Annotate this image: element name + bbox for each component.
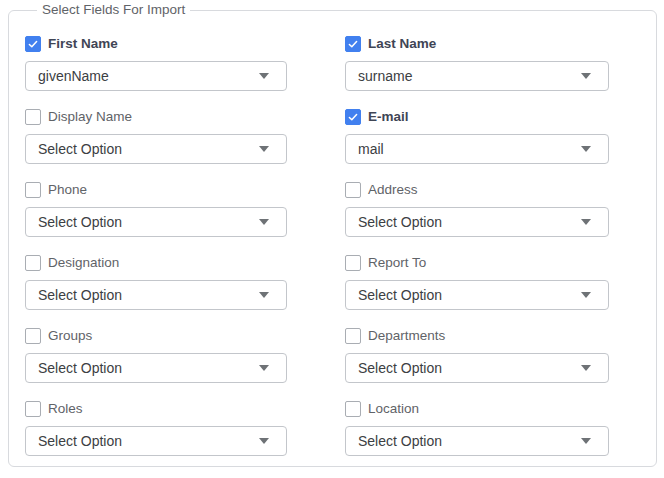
checkbox-icon[interactable] bbox=[345, 401, 361, 417]
field-label: E-mail bbox=[368, 109, 409, 125]
panel-legend: Select Fields For Import bbox=[37, 2, 190, 18]
select-value: givenName bbox=[38, 62, 109, 90]
field-checkbox-row[interactable]: First Name bbox=[25, 36, 287, 52]
field-checkbox-row[interactable]: Designation bbox=[25, 255, 287, 271]
checkmark-icon bbox=[27, 38, 39, 50]
field-label: Location bbox=[368, 401, 419, 417]
select-value: Select Option bbox=[38, 208, 122, 236]
chevron-down-icon bbox=[259, 73, 269, 79]
field-group-display-name: Display Name Select Option bbox=[25, 109, 287, 164]
field-label: Address bbox=[368, 182, 418, 198]
select-value: Select Option bbox=[358, 354, 442, 382]
field-label: Departments bbox=[368, 328, 445, 344]
checkbox-icon[interactable] bbox=[345, 36, 361, 52]
field-select-dropdown[interactable]: givenName bbox=[25, 61, 287, 91]
chevron-down-icon bbox=[581, 438, 591, 444]
select-value: Select Option bbox=[38, 427, 122, 455]
field-group-groups: Groups Select Option bbox=[25, 328, 287, 383]
field-checkbox-row[interactable]: Departments bbox=[345, 328, 609, 344]
select-value: Select Option bbox=[38, 135, 122, 163]
select-value: Select Option bbox=[38, 354, 122, 382]
checkmark-icon bbox=[347, 111, 359, 123]
field-label: Phone bbox=[48, 182, 87, 198]
field-group-last-name: Last Name surname bbox=[345, 36, 609, 91]
field-group-first-name: First Name givenName bbox=[25, 36, 287, 91]
chevron-down-icon bbox=[259, 146, 269, 152]
checkbox-icon[interactable] bbox=[25, 36, 41, 52]
field-select-dropdown[interactable]: Select Option bbox=[25, 353, 287, 383]
chevron-down-icon bbox=[259, 219, 269, 225]
chevron-down-icon bbox=[259, 365, 269, 371]
field-group-designation: Designation Select Option bbox=[25, 255, 287, 310]
field-group-roles: Roles Select Option bbox=[25, 401, 287, 456]
chevron-down-icon bbox=[581, 292, 591, 298]
chevron-down-icon bbox=[581, 365, 591, 371]
chevron-down-icon bbox=[581, 146, 591, 152]
checkbox-icon[interactable] bbox=[345, 255, 361, 271]
checkbox-icon[interactable] bbox=[25, 328, 41, 344]
field-select-dropdown[interactable]: Select Option bbox=[345, 353, 609, 383]
checkbox-icon[interactable] bbox=[25, 401, 41, 417]
chevron-down-icon bbox=[581, 219, 591, 225]
checkbox-icon[interactable] bbox=[345, 109, 361, 125]
chevron-down-icon bbox=[259, 438, 269, 444]
field-select-dropdown[interactable]: mail bbox=[345, 134, 609, 164]
field-label: Display Name bbox=[48, 109, 132, 125]
field-group-location: Location Select Option bbox=[345, 401, 609, 456]
select-value: mail bbox=[358, 135, 384, 163]
field-checkbox-row[interactable]: Location bbox=[345, 401, 609, 417]
field-group-report-to: Report To Select Option bbox=[345, 255, 609, 310]
select-value: surname bbox=[358, 62, 412, 90]
field-select-dropdown[interactable]: Select Option bbox=[345, 280, 609, 310]
field-label: Last Name bbox=[368, 36, 436, 52]
checkmark-icon bbox=[347, 38, 359, 50]
select-value: Select Option bbox=[38, 281, 122, 309]
field-checkbox-row[interactable]: Report To bbox=[345, 255, 609, 271]
field-checkbox-row[interactable]: Display Name bbox=[25, 109, 287, 125]
field-group-address: Address Select Option bbox=[345, 182, 609, 237]
field-select-dropdown[interactable]: Select Option bbox=[345, 207, 609, 237]
field-group-departments: Departments Select Option bbox=[345, 328, 609, 383]
field-select-dropdown[interactable]: Select Option bbox=[25, 207, 287, 237]
field-group-e-mail: E-mail mail bbox=[345, 109, 609, 164]
chevron-down-icon bbox=[581, 73, 591, 79]
fields-columns: First Name givenName Display Name Select… bbox=[25, 36, 640, 456]
field-select-dropdown[interactable]: Select Option bbox=[25, 134, 287, 164]
field-checkbox-row[interactable]: Phone bbox=[25, 182, 287, 198]
field-label: Groups bbox=[48, 328, 92, 344]
checkbox-icon[interactable] bbox=[25, 182, 41, 198]
field-label: Roles bbox=[48, 401, 83, 417]
field-checkbox-row[interactable]: Groups bbox=[25, 328, 287, 344]
select-value: Select Option bbox=[358, 427, 442, 455]
checkbox-icon[interactable] bbox=[345, 328, 361, 344]
select-fields-panel: Select Fields For Import First Name give… bbox=[8, 2, 657, 467]
field-label: Designation bbox=[48, 255, 119, 271]
fields-column-left: First Name givenName Display Name Select… bbox=[25, 36, 287, 456]
fields-column-right: Last Name surname E-mail mail bbox=[345, 36, 609, 456]
field-checkbox-row[interactable]: Address bbox=[345, 182, 609, 198]
checkbox-icon[interactable] bbox=[25, 109, 41, 125]
field-group-phone: Phone Select Option bbox=[25, 182, 287, 237]
field-label: Report To bbox=[368, 255, 426, 271]
field-checkbox-row[interactable]: Roles bbox=[25, 401, 287, 417]
field-select-dropdown[interactable]: Select Option bbox=[345, 426, 609, 456]
select-value: Select Option bbox=[358, 281, 442, 309]
select-value: Select Option bbox=[358, 208, 442, 236]
field-checkbox-row[interactable]: Last Name bbox=[345, 36, 609, 52]
checkbox-icon[interactable] bbox=[345, 182, 361, 198]
field-label: First Name bbox=[48, 36, 118, 52]
field-select-dropdown[interactable]: Select Option bbox=[25, 426, 287, 456]
field-select-dropdown[interactable]: surname bbox=[345, 61, 609, 91]
field-checkbox-row[interactable]: E-mail bbox=[345, 109, 609, 125]
checkbox-icon[interactable] bbox=[25, 255, 41, 271]
field-select-dropdown[interactable]: Select Option bbox=[25, 280, 287, 310]
chevron-down-icon bbox=[259, 292, 269, 298]
